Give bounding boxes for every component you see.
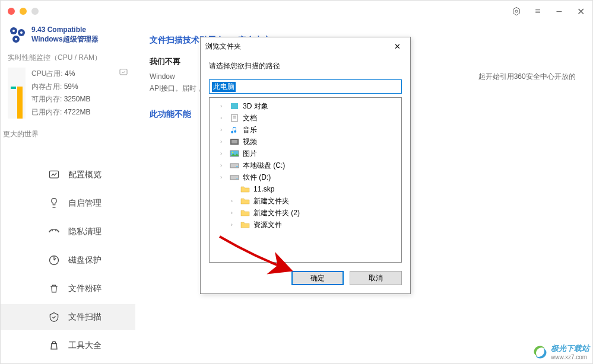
chevron-right-icon: › bbox=[220, 139, 226, 145]
nav-label: 文件扫描 bbox=[68, 312, 102, 323]
chevron-right-icon: › bbox=[220, 127, 226, 133]
tree-item[interactable]: ›软件 (D:) bbox=[210, 171, 401, 183]
nav-label: 磁盘保护 bbox=[68, 255, 102, 266]
minimize-icon[interactable]: – bbox=[554, 7, 564, 16]
section-bigger-world: 更大的世界 bbox=[1, 124, 135, 142]
tools-icon bbox=[48, 340, 60, 352]
chevron-right-icon: › bbox=[231, 222, 237, 228]
scan-icon bbox=[48, 311, 60, 323]
titlebar: ≡ – ✕ bbox=[1, 1, 592, 22]
tree-item-label: 图片 bbox=[243, 149, 257, 159]
watermark-name: 极光下载站 bbox=[551, 343, 589, 354]
used-value: 4722MB bbox=[64, 108, 91, 116]
watermark-logo-icon bbox=[532, 344, 548, 360]
perf-bar bbox=[8, 68, 26, 119]
nav-privacy[interactable]: 隐私清理 bbox=[1, 219, 135, 245]
disk-icon bbox=[48, 254, 60, 266]
svg-rect-22 bbox=[236, 178, 238, 178]
svg-point-18 bbox=[232, 152, 233, 153]
tree-item-label: 3D 对象 bbox=[243, 101, 268, 111]
tree-item[interactable]: ›资源文件 bbox=[210, 219, 401, 231]
nav-label: 文件粉碎 bbox=[68, 283, 102, 294]
svg-rect-21 bbox=[230, 175, 239, 180]
sidebar: 9.43 Compatible Windows超级管理器 实时性能监控（CPU … bbox=[1, 22, 135, 363]
avail-label: 可用内存: bbox=[31, 95, 62, 103]
main-body-prefix: Window bbox=[150, 72, 175, 81]
nav-label: 自启管理 bbox=[68, 198, 102, 209]
settings-icon[interactable] bbox=[512, 7, 521, 16]
menu-icon[interactable]: ≡ bbox=[533, 7, 543, 16]
overview-icon bbox=[48, 169, 60, 181]
chevron-right-icon: › bbox=[220, 162, 226, 168]
app-title-line1: 9.43 Compatible bbox=[31, 25, 99, 35]
watermark: 极光下载站 www.xz7.com bbox=[532, 343, 589, 360]
nav-tools[interactable]: 工具大全 bbox=[1, 333, 135, 359]
tree-item[interactable]: ›音乐 bbox=[210, 124, 401, 136]
perf-title: 实时性能监控（CPU / RAM） bbox=[1, 53, 135, 68]
svg-rect-20 bbox=[236, 166, 238, 167]
minimize-dot[interactable] bbox=[20, 8, 27, 15]
nav-shred[interactable]: 文件粉碎 bbox=[1, 276, 135, 302]
tree-item[interactable]: ›新建文件夹 (2) bbox=[210, 207, 401, 219]
nav-disk[interactable]: 磁盘保护 bbox=[1, 247, 135, 273]
nav-scan[interactable]: 文件扫描 bbox=[1, 304, 135, 330]
tree-item-label: 资源文件 bbox=[253, 220, 282, 230]
used-label: 已用内存: bbox=[31, 108, 62, 116]
tree-item-label: 软件 (D:) bbox=[243, 173, 271, 183]
ram-label: 内存占用: bbox=[31, 82, 62, 91]
folder-icon bbox=[240, 221, 250, 229]
avail-value: 3250MB bbox=[64, 95, 91, 103]
ok-button[interactable]: 确定 bbox=[291, 271, 344, 285]
dialog-title: 浏览文件夹 bbox=[205, 41, 241, 52]
nav-startup[interactable]: 自启管理 bbox=[1, 190, 135, 216]
startup-icon bbox=[48, 197, 60, 209]
edit-perf-icon[interactable] bbox=[119, 68, 128, 79]
cpu-label: CPU占用: bbox=[31, 69, 63, 78]
tree-item[interactable]: ›文档 bbox=[210, 112, 401, 124]
cpu-value: 4% bbox=[65, 69, 75, 78]
nav-overview[interactable]: 配置概览 bbox=[1, 162, 135, 188]
tree-item-label: 音乐 bbox=[243, 125, 257, 135]
tree-item[interactable]: ›新建文件夹 bbox=[210, 195, 401, 207]
tree-item[interactable]: ›视频 bbox=[210, 136, 401, 148]
svg-point-5 bbox=[12, 30, 15, 32]
dialog-path-value: 此电脑 bbox=[212, 82, 236, 92]
video-icon bbox=[230, 138, 239, 146]
folder-icon bbox=[240, 185, 250, 193]
ram-value: 59% bbox=[64, 82, 78, 91]
maximize-dot[interactable] bbox=[31, 8, 39, 15]
chevron-right-icon: › bbox=[220, 103, 226, 109]
privacy-icon bbox=[48, 226, 60, 238]
tree-item-label: 本地磁盘 (C:) bbox=[243, 161, 285, 171]
svg-point-1 bbox=[515, 10, 518, 12]
3d-icon bbox=[230, 102, 239, 110]
browse-folder-dialog: 浏览文件夹 ✕ 请选择您欲扫描的路径 此电脑 ›3D 对象›文档›音乐›视频›图… bbox=[200, 37, 411, 294]
dialog-path-input[interactable]: 此电脑 bbox=[209, 79, 402, 94]
app-logo-icon bbox=[8, 25, 27, 44]
perf-rows: CPU占用: 4% 内存占用: 59% 可用内存: 3250MB 已用内存: 4… bbox=[31, 68, 90, 119]
chevron-right-icon: › bbox=[231, 210, 237, 216]
svg-rect-16 bbox=[232, 140, 237, 143]
cancel-button[interactable]: 取消 bbox=[350, 271, 402, 285]
watermark-url: www.xz7.com bbox=[551, 354, 589, 360]
titlebar-controls: ≡ – ✕ bbox=[512, 7, 585, 16]
chevron-right-icon: › bbox=[231, 198, 237, 204]
tree-item[interactable]: ›本地磁盘 (C:) bbox=[210, 159, 401, 171]
perf-bar-ram bbox=[17, 87, 23, 119]
nav-label: 隐私清理 bbox=[68, 226, 102, 237]
dialog-close-button[interactable]: ✕ bbox=[389, 40, 405, 52]
folder-tree[interactable]: ›3D 对象›文档›音乐›视频›图片›本地磁盘 (C:)›软件 (D:)11.s… bbox=[209, 97, 402, 263]
shred-icon bbox=[48, 283, 60, 295]
svg-point-6 bbox=[20, 31, 23, 34]
close-icon[interactable]: ✕ bbox=[576, 7, 585, 16]
svg-rect-19 bbox=[230, 164, 239, 168]
svg-point-7 bbox=[15, 38, 17, 40]
tree-item[interactable]: 11.skp bbox=[210, 183, 401, 195]
close-dot[interactable] bbox=[8, 8, 15, 15]
tree-item-label: 新建文件夹 bbox=[253, 196, 289, 206]
perf-block: CPU占用: 4% 内存占用: 59% 可用内存: 3250MB 已用内存: 4… bbox=[1, 68, 135, 124]
tree-item[interactable]: ›图片 bbox=[210, 148, 401, 159]
music-icon bbox=[230, 126, 239, 134]
tree-item[interactable]: ›3D 对象 bbox=[210, 100, 401, 112]
app-title: 9.43 Compatible Windows超级管理器 bbox=[31, 25, 99, 44]
